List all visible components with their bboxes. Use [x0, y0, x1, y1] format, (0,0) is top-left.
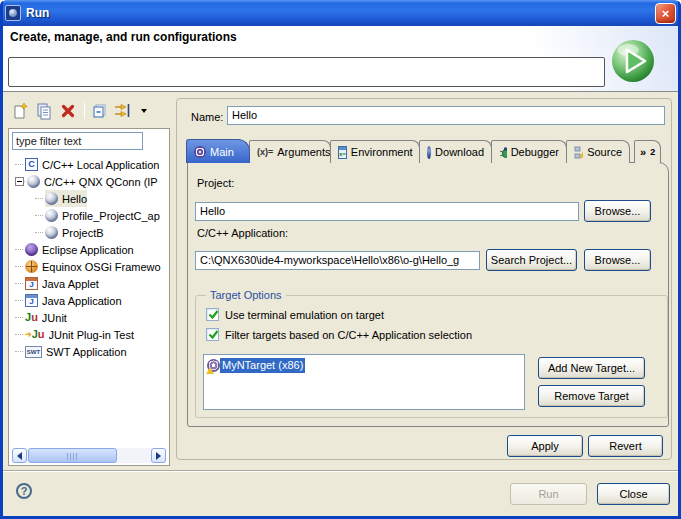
equinox-osgi-icon — [25, 260, 38, 273]
tree-item-swt-application[interactable]: SWT SWT Application — [9, 343, 168, 360]
tab-arguments[interactable]: (x)= Arguments — [249, 140, 331, 163]
banner-heading: Create, manage, and run configurations — [10, 30, 237, 44]
main-tab-icon — [194, 146, 206, 158]
banner-message-area — [8, 57, 605, 87]
run-button[interactable]: Run — [510, 483, 587, 505]
main-tab-content: Project: Hello Browse... C/C++ Applicati… — [187, 162, 669, 427]
run-sphere-icon — [610, 38, 656, 84]
run-configurations-dialog: Run × Create, manage, and run configurat… — [0, 0, 681, 519]
help-icon[interactable]: ? — [16, 483, 32, 499]
configurations-panel: type filter text C C/C++ Local Applicati… — [8, 128, 170, 466]
close-button[interactable]: Close — [597, 483, 670, 505]
tree-item-junit-plugin-test[interactable]: ➔Ju JUnit Plug-in Test — [9, 326, 168, 343]
target-list[interactable]: MyNTarget (x86) — [203, 354, 525, 410]
revert-button[interactable]: Revert — [588, 435, 663, 457]
tree-item-java-application[interactable]: J Java Application — [9, 292, 168, 309]
source-tab-icon — [574, 146, 583, 159]
target-list-item[interactable]: MyNTarget (x86) — [207, 358, 524, 373]
qnx-config-icon — [45, 226, 58, 239]
application-field[interactable]: C:\QNX630\ide4-myworkspace\Hello\x86\o-g… — [195, 251, 480, 270]
tree-horizontal-scrollbar[interactable] — [12, 448, 166, 463]
tree-item-c-local-application[interactable]: C C/C++ Local Application — [9, 156, 168, 173]
terminal-emulation-row: Use terminal emulation on target — [206, 308, 384, 321]
target-options-group: Target Options Use terminal emulation on… — [195, 295, 668, 418]
close-window-icon[interactable]: × — [655, 3, 676, 24]
window-title: Run — [26, 6, 655, 20]
remove-target-button[interactable]: Remove Target — [538, 385, 645, 407]
configuration-editor-panel: Name: Hello Main (x)= Arguments x= Envir… — [176, 98, 672, 460]
project-field[interactable]: Hello — [195, 202, 579, 221]
name-field[interactable]: Hello — [227, 106, 665, 125]
filter-targets-row: Filter targets based on C/C++ Applicatio… — [206, 328, 472, 341]
target-icon — [207, 359, 220, 372]
target-options-title: Target Options — [206, 289, 286, 301]
terminal-emulation-checkbox[interactable] — [206, 308, 219, 321]
scroll-left-icon[interactable] — [12, 448, 27, 463]
collapse-expander-icon[interactable] — [15, 177, 24, 186]
terminal-emulation-label: Use terminal emulation on target — [225, 309, 384, 321]
tree-item-eclipse-application[interactable]: Eclipse Application — [9, 241, 168, 258]
tab-bar: Main (x)= Arguments x= Environment Downl… — [187, 140, 661, 163]
run-dialog-icon — [5, 5, 21, 21]
configurations-tree: C C/C++ Local Application C/C++ QNX QCon… — [9, 156, 168, 445]
apply-button[interactable]: Apply — [507, 435, 583, 457]
project-browse-button[interactable]: Browse... — [584, 200, 651, 222]
add-new-target-button[interactable]: Add New Target... — [538, 357, 645, 379]
c-application-icon: C — [25, 158, 38, 171]
tree-item-projectb[interactable]: ProjectB — [9, 224, 168, 241]
tab-source[interactable]: Source — [566, 140, 630, 163]
tree-item-profile-projectc[interactable]: Profile_ProjectC_ap — [9, 207, 168, 224]
scrollbar-track[interactable] — [117, 448, 151, 463]
delete-configuration-icon[interactable] — [58, 101, 78, 121]
duplicate-configuration-icon[interactable] — [34, 101, 54, 121]
search-project-button[interactable]: Search Project... — [486, 249, 577, 271]
debugger-tab-icon — [499, 146, 507, 159]
qnx-config-icon — [45, 192, 58, 205]
junit-icon: Ju — [25, 311, 38, 324]
dialog-banner: Create, manage, and run configurations — [3, 26, 678, 92]
scroll-right-icon[interactable] — [151, 448, 166, 463]
tree-item-hello[interactable]: Hello — [9, 190, 168, 207]
scrollbar-thumb[interactable] — [28, 448, 117, 463]
tree-item-equinox-osgi[interactable]: Equinox OSGi Framewo — [9, 258, 168, 275]
eclipse-application-icon — [25, 243, 38, 256]
tab-overflow[interactable]: »2 — [634, 140, 661, 163]
name-label: Name: — [191, 111, 223, 123]
tree-item-java-applet[interactable]: J Java Applet — [9, 275, 168, 292]
java-application-icon: J — [25, 294, 38, 307]
java-applet-icon: J — [25, 277, 38, 290]
filter-text-input[interactable]: type filter text — [12, 132, 143, 150]
collapse-all-icon[interactable] — [90, 101, 110, 121]
filter-targets-checkbox[interactable] — [206, 328, 219, 341]
new-configuration-icon[interactable] — [10, 101, 30, 121]
swt-application-icon: SWT — [25, 346, 42, 358]
project-label: Project: — [197, 177, 234, 189]
tab-environment[interactable]: x= Environment — [330, 140, 420, 163]
environment-tab-icon: x= — [338, 146, 347, 159]
filter-dropdown-arrow-icon[interactable] — [138, 101, 150, 121]
tree-item-junit[interactable]: Ju JUnit — [9, 309, 168, 326]
qnx-qconn-icon — [27, 175, 40, 188]
toolbar-separator — [84, 103, 85, 119]
tab-main[interactable]: Main — [186, 139, 250, 163]
chevron-right-icon: » — [640, 146, 646, 158]
title-bar[interactable]: Run × — [0, 0, 681, 26]
filter-configurations-icon[interactable] — [112, 101, 136, 121]
arguments-tab-icon: (x)= — [257, 147, 273, 157]
tree-item-qnx-qconn[interactable]: C/C++ QNX QConn (IP — [9, 173, 168, 190]
tab-debugger[interactable]: Debugger — [491, 140, 567, 163]
filter-targets-label: Filter targets based on C/C++ Applicatio… — [225, 329, 472, 341]
download-tab-icon — [427, 146, 431, 159]
tab-download[interactable]: Download — [419, 140, 492, 163]
application-browse-button[interactable]: Browse... — [584, 249, 651, 271]
footer-separator — [0, 470, 681, 472]
junit-plugin-icon: ➔Ju — [25, 328, 45, 341]
application-label: C/C++ Application: — [197, 227, 288, 239]
qnx-config-icon — [45, 209, 58, 222]
